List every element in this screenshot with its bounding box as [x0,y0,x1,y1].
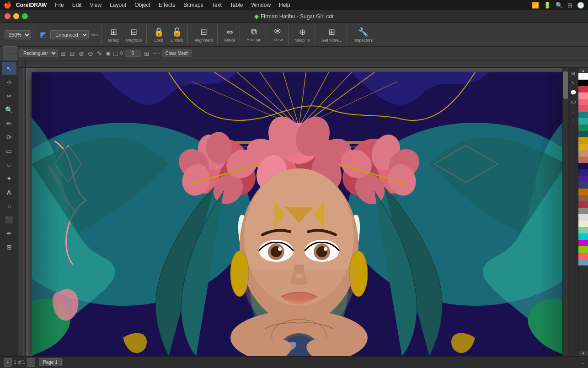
menu-window[interactable]: Window [247,1,274,9]
enhanced-select[interactable]: Enhanced Normal Draft [50,30,89,39]
menu-view[interactable]: View [86,1,105,9]
grid-rows-input[interactable]: 2 [3,46,17,53]
menu-effects[interactable]: Effects [155,1,179,9]
color-swatch-salmon[interactable] [578,92,588,99]
color-swatch-darkblue[interactable] [578,169,588,176]
color-swatch-orange[interactable] [578,189,588,195]
freehand-tool[interactable]: ✏ [2,117,16,130]
ungroup-button[interactable]: ⊟ Ungroup [123,26,144,44]
color-swatch-pink[interactable] [578,99,588,105]
menu-text[interactable]: Text [208,1,225,9]
snap-to-button[interactable]: ⊕ Snap To [292,26,313,44]
mesh-input[interactable] [125,50,141,57]
text-tool[interactable]: A [2,186,16,199]
smart-tool[interactable]: ⟳ [2,131,16,144]
menu-table[interactable]: Table [226,1,247,9]
color-swatch-black[interactable] [578,80,588,86]
color-swatch-red[interactable] [578,86,588,92]
interactive-tool[interactable]: ⊞ [2,241,16,254]
zoom-select[interactable]: 250% 100% 200% [5,30,31,39]
node-add-icon[interactable]: ⊕ [78,50,85,57]
right-panel-btn-2[interactable]: ↖ [570,79,576,87]
view-button[interactable]: 👁 View [270,26,286,43]
node-delete-icon[interactable]: ⊖ [87,50,94,57]
color-swatch-magenta[interactable] [578,240,588,246]
color-swatch-white[interactable] [578,73,588,80]
color-swatch-darkskin[interactable] [578,157,588,163]
color-swatch-rose[interactable] [578,105,588,112]
right-panel-btn-4[interactable]: 🏷 [570,98,577,106]
vertical-scrollbar[interactable] [562,68,568,356]
color-swatch-mint[interactable] [578,227,588,233]
color-swatch-coral[interactable] [578,253,588,259]
color-swatch-teal[interactable] [578,112,588,118]
palette-scroll-down[interactable]: ▼ [578,351,588,356]
smooth-icon[interactable]: 〰 [152,50,160,57]
grid-cols-input[interactable]: 2 [3,54,17,60]
pen-icon[interactable]: ✎ [96,50,103,57]
scrollbar-thumb[interactable] [563,71,568,99]
mirror-button[interactable]: ⇔ Mirror [221,26,238,44]
canvas-area[interactable] [26,68,568,356]
color-swatch-brown[interactable] [578,195,588,201]
add-page-button[interactable]: + [4,358,12,367]
color-swatch-grey[interactable] [578,208,588,214]
color-swatch-purple[interactable] [578,176,588,182]
arrange-button[interactable]: ⧉ Arrange [244,26,264,43]
fill-color-icon[interactable]: ■ [105,50,111,57]
color-swatch-blue[interactable] [578,182,588,189]
remove-page-button[interactable]: − [27,358,35,367]
get-more-button[interactable]: ⊞ Get More... [319,26,345,44]
color-swatch-lime[interactable] [578,246,588,253]
group-button[interactable]: ⊞ Group [105,26,122,44]
unlock-button[interactable]: 🔓 Unlock [168,26,186,44]
color-swatch-darkgreen[interactable] [578,131,588,137]
palette-scroll-up[interactable]: ▲ [578,68,588,73]
color-swatch-cream[interactable] [578,221,588,227]
menu-object[interactable]: Object [131,1,154,9]
polygon-tool[interactable]: ✦ [2,172,16,185]
eyedropper-tool[interactable]: ✒ [2,227,16,240]
right-panel-btn-3[interactable]: 💬 [569,89,577,97]
color-swatch-lightgrey[interactable] [578,214,588,221]
color-swatch-skyblue[interactable] [578,259,588,265]
shape-type-select[interactable]: Rectangular Curved [19,49,58,57]
alignment-button[interactable]: ⊟ Alignment [192,26,215,44]
color-swatch-gold[interactable] [578,137,588,144]
menu-help[interactable]: Help [275,1,294,9]
color-swatch-green[interactable] [578,124,588,131]
color-swatch-skin[interactable] [578,150,588,157]
lock-button[interactable]: 🔒 Lock [150,26,167,44]
menu-file[interactable]: File [51,1,67,9]
rectangle-tool[interactable]: ▭ [2,145,16,157]
ellipse-tool[interactable]: ○ [2,158,16,171]
zoom-tool[interactable]: 🔍 [2,103,16,116]
minimize-button[interactable] [13,13,19,19]
crop-tool[interactable]: ✂ [2,90,16,103]
color-swatch-cyan[interactable] [578,233,588,240]
callout-tool[interactable]: ⌕ [2,200,16,212]
control-icon[interactable]: ⊞ [567,2,572,9]
color-swatch-yellow[interactable] [578,144,588,150]
right-panel-btn-5[interactable]: ↓ [571,108,576,115]
color-swatch-teal2[interactable] [578,118,588,124]
clear-mesh-button[interactable]: Clear Mesh [162,49,192,57]
color-swatch-darkred[interactable] [578,201,588,208]
inspectors-button[interactable]: 🔧 Inspectors [351,26,375,44]
color-swatch-navy[interactable] [578,163,588,169]
menu-bitmaps[interactable]: Bitmaps [180,1,207,9]
menu-layout[interactable]: Layout [106,1,130,9]
search-icon[interactable]: 🔍 [556,2,563,9]
select-tool[interactable]: ↖ [2,62,16,75]
menu-edit[interactable]: Edit [69,1,86,9]
close-button[interactable] [5,13,11,19]
stroke-color-icon[interactable]: □ [112,50,118,57]
node-tool[interactable]: ⊹ [2,76,16,89]
fill-tool[interactable]: ⬛ [2,213,16,226]
page-name-label[interactable]: Page 1 [39,358,62,366]
right-panel-btn-6[interactable]: ↑ [571,117,576,124]
maximize-button[interactable] [22,13,28,19]
view-modes-button[interactable]: ◩ [37,29,49,40]
more-options-button[interactable]: ... [581,360,584,365]
mesh-mode-icon[interactable]: ⊞ [143,50,150,57]
